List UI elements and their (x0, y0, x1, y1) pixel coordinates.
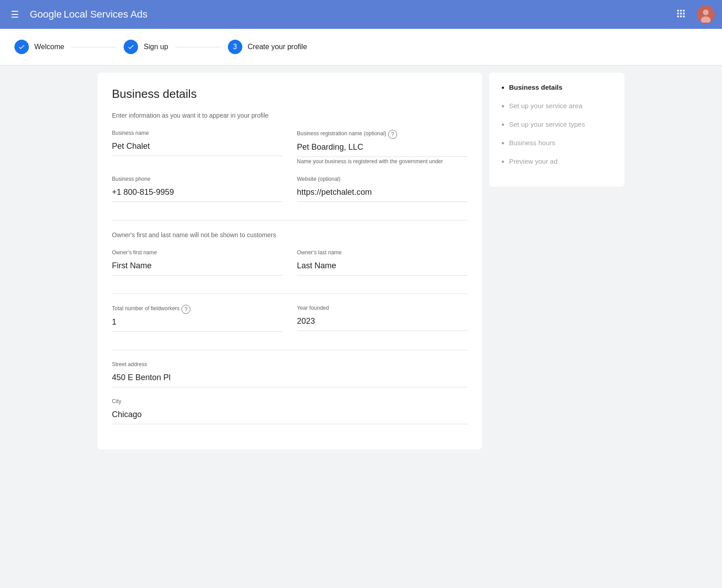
year-founded-field: Year founded 2023 (297, 305, 467, 332)
year-founded-value[interactable]: 2023 (297, 313, 467, 331)
divider-1 (112, 220, 467, 220)
sidebar-item-business-hours: Business hours (509, 139, 614, 147)
business-reg-value[interactable]: Pet Boarding, LLC (297, 139, 467, 157)
sidebar-nav-list: Business details Set up your service are… (500, 83, 614, 165)
step-profile-circle: 3 (228, 40, 242, 54)
step-connector-1 (71, 47, 116, 47)
owner-notice: Owner's first and last name will not be … (112, 231, 467, 239)
business-reg-field: Business registration name (optional) ? … (297, 130, 467, 165)
owner-name-row: Owner's first name First Name Owner's la… (112, 249, 467, 286)
city-value[interactable]: Chicago (112, 406, 467, 424)
main-content: Business details Enter information as yo… (90, 65, 632, 457)
svg-rect-6 (677, 15, 679, 17)
svg-rect-4 (680, 13, 682, 14)
sidebar-item-service-types-label: Set up your service types (509, 120, 585, 128)
step-signup-label: Sign up (143, 43, 168, 51)
owner-first-field: Owner's first name First Name (112, 249, 282, 276)
divider-3 (112, 350, 467, 350)
business-name-label: Business name (112, 130, 282, 136)
svg-rect-8 (683, 15, 685, 17)
street-address-label: Street address (112, 361, 467, 368)
business-name-value[interactable]: Pet Chalet (112, 138, 282, 156)
logo-google: Google (30, 9, 62, 20)
svg-point-10 (703, 9, 709, 15)
owner-last-value[interactable]: Last Name (297, 257, 467, 276)
divider-2 (112, 294, 467, 294)
business-reg-hint: Name your business is registered with th… (297, 158, 443, 165)
step-welcome-circle (14, 40, 29, 54)
website-value[interactable]: https://petchalet.com (297, 184, 467, 202)
business-name-row: Business name Pet Chalet Business regist… (112, 130, 467, 176)
fieldworkers-field: Total number of fieldworkers ? 1 (112, 305, 282, 332)
app-header: ☰ Google Local Services Ads (0, 0, 722, 29)
fieldworkers-value[interactable]: 1 (112, 314, 282, 332)
svg-rect-2 (683, 9, 685, 11)
sidebar-item-service-types: Set up your service types (509, 120, 614, 128)
business-reg-header: Business registration name (optional) ? (297, 130, 467, 139)
fieldworkers-label: Total number of fieldworkers (112, 305, 180, 312)
fieldworkers-help-icon[interactable]: ? (181, 305, 190, 314)
website-label: Website (optional) (297, 176, 467, 182)
owner-last-label: Owner's last name (297, 249, 467, 256)
business-reg-help-icon[interactable]: ? (388, 130, 397, 139)
step-profile: 3 Create your profile (228, 40, 307, 54)
owner-first-value[interactable]: First Name (112, 257, 282, 276)
sidebar-item-business-details: Business details (509, 83, 614, 91)
fieldworkers-header: Total number of fieldworkers ? (112, 305, 282, 314)
step-signup: Sign up (124, 40, 168, 54)
right-panel: Business details Set up your service are… (489, 73, 625, 187)
step-profile-label: Create your profile (248, 43, 307, 51)
owner-first-label: Owner's first name (112, 249, 282, 256)
city-label: City (112, 398, 467, 404)
fieldworkers-year-row: Total number of fieldworkers ? 1 Year fo… (112, 305, 467, 343)
menu-icon[interactable]: ☰ (7, 5, 23, 23)
city-field: City Chicago (112, 398, 467, 424)
phone-website-row: Business phone +1 800-815-9959 Website (… (112, 176, 467, 213)
step-connector-2 (176, 47, 221, 47)
business-phone-field: Business phone +1 800-815-9959 (112, 176, 282, 202)
svg-rect-3 (677, 13, 679, 14)
sidebar-item-preview-ad-label: Preview your ad (509, 157, 558, 165)
website-field: Website (optional) https://petchalet.com (297, 176, 467, 202)
step-welcome: Welcome (14, 40, 64, 54)
svg-rect-1 (680, 9, 682, 11)
svg-rect-7 (680, 15, 682, 17)
business-reg-label: Business registration name (optional) (297, 130, 386, 137)
left-panel: Business details Enter information as yo… (97, 73, 482, 450)
user-avatar[interactable] (697, 5, 715, 23)
app-logo: Google Local Services Ads (30, 9, 148, 20)
stepper: Welcome Sign up 3 Create your profile (0, 29, 722, 65)
sidebar-item-service-area: Set up your service area (509, 102, 614, 110)
svg-rect-0 (677, 9, 679, 11)
street-address-field: Street address 450 E Benton Pl (112, 361, 467, 387)
grid-icon[interactable] (672, 5, 690, 24)
panel-title: Business details (112, 87, 467, 101)
sidebar-item-business-details-label: Business details (509, 83, 562, 91)
year-founded-label: Year founded (297, 305, 467, 311)
business-name-field: Business name Pet Chalet (112, 130, 282, 165)
section-description: Enter information as you want it to appe… (112, 112, 467, 119)
owner-last-field: Owner's last name Last Name (297, 249, 467, 276)
business-phone-value[interactable]: +1 800-815-9959 (112, 184, 282, 202)
svg-rect-5 (683, 13, 685, 14)
step-signup-circle (124, 40, 138, 54)
business-phone-label: Business phone (112, 176, 282, 182)
sidebar-item-service-area-label: Set up your service area (509, 102, 583, 110)
sidebar-item-business-hours-label: Business hours (509, 139, 555, 147)
logo-product: Local Services Ads (64, 9, 148, 20)
street-address-value[interactable]: 450 E Benton Pl (112, 369, 467, 387)
step-welcome-label: Welcome (34, 43, 64, 51)
sidebar-item-preview-ad: Preview your ad (509, 157, 614, 165)
